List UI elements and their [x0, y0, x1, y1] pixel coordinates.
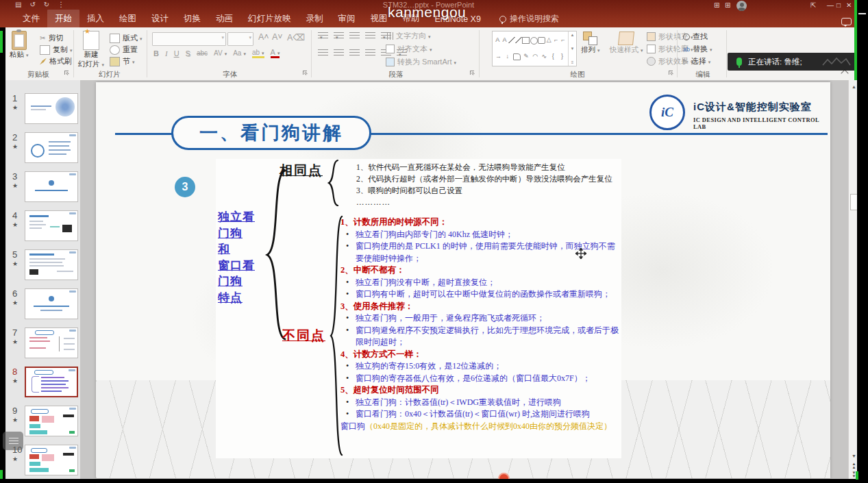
format-painter-button[interactable]: 格式刷 — [40, 56, 72, 66]
thumbnail-image[interactable] — [25, 406, 78, 436]
thumbnail-slide-8-selected[interactable]: 8 ★ — [5, 367, 80, 401]
thumbnail-slide-5[interactable]: 5 ★ — [5, 249, 80, 284]
numbering-icon[interactable] — [334, 32, 344, 40]
section-button[interactable]: 节 — [110, 56, 135, 66]
align-text-button[interactable]: 对齐文本 — [386, 44, 432, 54]
thumbnail-slide-6[interactable]: 6 ★ — [5, 288, 80, 323]
clipboard-dialog-launcher[interactable] — [64, 71, 70, 76]
shape-scribble-icon[interactable]: ✎ — [523, 53, 530, 60]
shape-oval-icon[interactable] — [530, 37, 538, 45]
thumbnail-slide-4[interactable]: 4 ★ — [5, 210, 80, 245]
shape-curve-icon[interactable]: ∿ — [541, 53, 547, 60]
shape-arc-icon[interactable]: ◠ — [532, 53, 538, 60]
tab-slideshow[interactable]: 幻灯片放映 — [240, 10, 299, 28]
tab-design[interactable]: 设计 — [144, 10, 176, 28]
thumbnail-slide-3[interactable]: 3 ★ — [5, 171, 80, 206]
thumbnail-image[interactable] — [25, 249, 78, 280]
tab-record[interactable]: 录制 — [299, 10, 331, 28]
thumbnail-image[interactable] — [25, 288, 78, 319]
user-avatar[interactable] — [736, 1, 747, 11]
justify-icon[interactable] — [365, 49, 375, 57]
strikethrough-button[interactable]: abc — [197, 49, 208, 57]
shape-triangle-icon[interactable]: △ — [545, 37, 552, 43]
tab-animations[interactable]: 动画 — [208, 10, 240, 28]
thumbnail-slide-7[interactable]: 7 ★ — [5, 327, 80, 362]
shape-freeform-icon[interactable] — [513, 53, 521, 60]
ribbon-grid-icon[interactable]: ⊞ — [725, 1, 730, 9]
grow-font-button[interactable]: A˄ — [256, 32, 271, 42]
thumbnail-image[interactable] — [25, 210, 78, 241]
drawing-dialog-launcher[interactable] — [669, 71, 674, 76]
thumbnail-image[interactable] — [25, 367, 78, 397]
minimize-button[interactable]: — — [827, 1, 834, 9]
shrink-font-button[interactable]: A˅ — [270, 32, 285, 42]
copy-button[interactable]: 复制 — [40, 45, 73, 55]
close-button[interactable]: ✕ — [846, 1, 852, 9]
tab-file[interactable]: 文件 — [15, 10, 47, 28]
restore-button[interactable]: □ — [836, 1, 841, 9]
change-case-button[interactable]: Aa — [233, 49, 246, 57]
underline-button[interactable]: U — [174, 49, 179, 58]
font-dialog-launcher[interactable] — [303, 71, 308, 76]
find-button[interactable]: 查找 — [683, 32, 708, 42]
bullets-icon[interactable] — [318, 32, 328, 40]
reset-button[interactable]: 重置 — [110, 45, 138, 55]
shape-elbow-icon[interactable]: ⌐ — [553, 37, 560, 43]
thumbnail-image[interactable] — [25, 445, 78, 475]
cut-button[interactable]: ✂ 剪切 — [40, 33, 63, 43]
select-button[interactable]: ▷ 选择 — [683, 56, 710, 66]
thumbnail-image[interactable] — [25, 171, 78, 202]
shape-brace-left-icon[interactable]: { — [549, 53, 556, 60]
replace-button[interactable]: ab 替换 — [683, 44, 712, 54]
shape-arrow-right-icon[interactable]: → — [495, 53, 502, 60]
shape-arrow-down-icon[interactable]: ↓ — [504, 53, 511, 60]
thumbnail-image[interactable] — [25, 93, 78, 124]
align-left-icon[interactable] — [318, 49, 328, 57]
thumbnail-slide-1[interactable]: 1 ★ — [5, 93, 80, 127]
shapes-gallery[interactable]: A A △ ⌐ ⌐ → ↓ ✎ ◠ ∿ { } ▲▼≡ — [492, 31, 577, 66]
font-color-button[interactable]: A — [271, 48, 280, 58]
thumbnail-image[interactable] — [25, 132, 78, 163]
thumbnail-slide-2[interactable]: 2 ★ — [5, 132, 80, 166]
smartart-button[interactable]: 转换为 SmartArt — [386, 57, 456, 67]
text-shadow-button[interactable]: S — [186, 49, 190, 58]
highlight-button[interactable]: ab — [252, 49, 264, 58]
shape-brace-right-icon[interactable]: } — [558, 53, 565, 60]
tab-home[interactable]: 开始 — [47, 10, 79, 28]
tab-draw[interactable]: 绘图 — [112, 10, 144, 28]
text-direction-button[interactable]: 文字方向 — [386, 31, 431, 41]
tab-insert[interactable]: 插入 — [79, 10, 112, 28]
layout-button[interactable]: 版式 — [110, 33, 142, 43]
increase-indent-icon[interactable] — [365, 32, 375, 40]
slide-canvas[interactable]: 一、看门狗讲解 iC iC设计&智能控制实验室 IC DESIGN AND IN… — [96, 82, 830, 478]
decrease-indent-icon[interactable] — [349, 32, 360, 40]
tab-review[interactable]: 审阅 — [331, 10, 363, 28]
shape-line-icon[interactable] — [508, 37, 515, 43]
shape-textbox-icon[interactable]: A — [494, 37, 501, 43]
align-right-icon[interactable] — [349, 49, 360, 57]
arrange-button[interactable]: 排列 — [581, 32, 600, 55]
font-name-combo[interactable] — [152, 32, 226, 46]
char-spacing-button[interactable]: AV — [214, 49, 227, 57]
new-slide-button[interactable]: 新建 幻灯片 — [78, 31, 104, 69]
clear-formatting-button[interactable]: A⌫ — [285, 32, 307, 43]
align-center-icon[interactable] — [334, 49, 344, 57]
ribbon-display-options-icon[interactable]: ⊞ — [714, 1, 719, 9]
bold-button[interactable]: B — [153, 49, 159, 58]
tab-transitions[interactable]: 切换 — [176, 10, 208, 28]
slide-title-shape[interactable]: 一、看门狗讲解 — [171, 116, 371, 150]
shape-roundrect-icon[interactable] — [538, 37, 545, 44]
floating-list-widget[interactable] — [3, 432, 23, 450]
shape-textbox2-icon[interactable]: A — [501, 37, 508, 43]
paste-button[interactable]: 粘贴 — [10, 31, 29, 60]
shape-rect-icon[interactable] — [522, 37, 530, 44]
shapes-gallery-scroll[interactable]: ▲▼≡ — [568, 32, 576, 66]
present-icon[interactable]: ⇱ — [810, 1, 816, 9]
shape-line2-icon[interactable] — [515, 37, 522, 43]
thumbnail-image[interactable] — [25, 327, 78, 358]
font-size-combo[interactable] — [227, 32, 253, 46]
quick-styles-button[interactable]: 快速样式 — [610, 32, 643, 55]
shape-elbow2-icon[interactable]: ⌐ — [560, 37, 567, 43]
comments-icon[interactable] — [841, 18, 852, 25]
tell-me-search[interactable]: 操作说明搜索 — [499, 13, 559, 25]
